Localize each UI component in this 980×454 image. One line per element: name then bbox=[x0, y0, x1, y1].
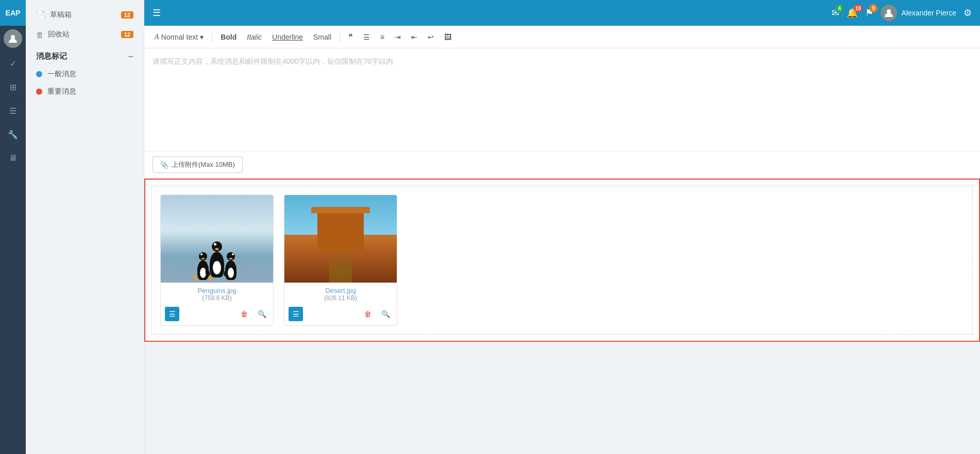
image-button[interactable]: 🖼 bbox=[440, 31, 455, 43]
flag-icon-wrapper[interactable]: ⚑ 9 bbox=[865, 7, 873, 19]
nav-avatar[interactable] bbox=[4, 29, 22, 48]
editor-placeholder: 请填写正文内容，系统消息和邮件限制在4000字以内，短信限制在70字以内 bbox=[153, 57, 393, 65]
desert-filesize: (826.11 KB) bbox=[290, 294, 392, 302]
desert-action-left: ☰ bbox=[289, 307, 303, 321]
file-card-desert-actions: ☰ 🗑 🔍 bbox=[284, 305, 397, 325]
nav-icon-check[interactable]: ✓ bbox=[0, 51, 26, 75]
upload-button[interactable]: 📎 上传附件(Max 10MB) bbox=[153, 156, 243, 173]
gear-icon[interactable]: ⚙ bbox=[964, 7, 972, 19]
mail-badge: 4 bbox=[835, 4, 843, 12]
editor-body[interactable]: 请填写正文内容，系统消息和邮件限制在4000字以内，短信限制在70字以内 bbox=[144, 48, 980, 151]
upload-label: 上传附件(Max 10MB) bbox=[172, 160, 235, 169]
quote-button[interactable]: ❝ bbox=[344, 30, 357, 44]
draft-icon: 📄 bbox=[36, 10, 46, 20]
file-card-penguins-info: Penguins.jpg (759.6 KB) bbox=[161, 283, 273, 305]
tag-dot-important bbox=[36, 89, 42, 95]
header-user-name: Alexander Pierce bbox=[901, 9, 956, 17]
outdent-button[interactable]: ⇤ bbox=[407, 31, 421, 43]
svg-point-1 bbox=[887, 9, 891, 13]
penguins-action-left: ☰ bbox=[165, 307, 179, 321]
section-title: 消息标记 bbox=[36, 51, 67, 61]
sidebar-item-trash[interactable]: 🗑 回收站 12 bbox=[26, 25, 144, 44]
header-avatar bbox=[881, 5, 897, 21]
attachment-preview-outer: Penguins.jpg (759.6 KB) ☰ 🗑 🔍 bbox=[144, 179, 980, 342]
nav-icon-monitor[interactable]: 🖥 bbox=[0, 146, 26, 170]
desert-delete-button[interactable]: 🗑 bbox=[361, 307, 375, 321]
upload-bar: 📎 上传附件(Max 10MB) bbox=[144, 151, 980, 179]
trash-icon: 🗑 bbox=[36, 30, 44, 39]
desert-zoom-button[interactable]: 🔍 bbox=[378, 307, 393, 321]
header-right: ✉ 4 🔔 10 ⚑ 9 Alexander Pierce bbox=[832, 5, 972, 21]
tag-label-normal: 一般消息 bbox=[47, 69, 76, 79]
flag-badge: 9 bbox=[869, 4, 877, 12]
nav-bar: EAP ✓ ⊞ ☰ 🔧 🖥 bbox=[0, 0, 26, 454]
sidebar-item-drafts[interactable]: 📄 草稿箱 12 bbox=[26, 5, 144, 25]
sidebar: 📄 草稿箱 12 🗑 回收站 12 消息标记 − 一般消息 重要消息 bbox=[26, 0, 144, 454]
trash-badge: 12 bbox=[121, 31, 133, 38]
header-left: ☰ bbox=[153, 7, 161, 19]
normal-text-button[interactable]: A Normal text ▾ bbox=[150, 31, 208, 43]
underline-button[interactable]: Underline bbox=[268, 31, 307, 43]
penguins-filename: Penguins.jpg bbox=[166, 287, 268, 294]
undo-button[interactable]: ↩ bbox=[424, 31, 438, 43]
tag-item-normal[interactable]: 一般消息 bbox=[26, 65, 144, 83]
penguin-3 bbox=[225, 252, 236, 280]
toolbar-divider-2 bbox=[340, 32, 340, 42]
penguin-image bbox=[161, 195, 273, 283]
file-card-desert-info: Desert.jpg (826.11 KB) bbox=[284, 283, 397, 305]
unordered-list-button[interactable]: ☰ bbox=[359, 31, 374, 43]
drafts-badge: 12 bbox=[121, 11, 133, 19]
header-user[interactable]: Alexander Pierce bbox=[881, 5, 956, 21]
bold-button[interactable]: Bold bbox=[216, 31, 241, 43]
ordered-list-button[interactable]: ≡ bbox=[376, 31, 388, 43]
editor-wrapper: A Normal text ▾ Bold Italic Underline Sm… bbox=[144, 26, 980, 454]
nav-icon-grid[interactable]: ⊞ bbox=[0, 75, 26, 99]
main-content: ☰ ✉ 4 🔔 10 ⚑ 9 Ale bbox=[144, 0, 980, 454]
desert-action-right: 🗑 🔍 bbox=[361, 307, 393, 321]
file-card-penguins: Penguins.jpg (759.6 KB) ☰ 🗑 🔍 bbox=[160, 195, 274, 326]
file-card-penguins-actions: ☰ 🗑 🔍 bbox=[161, 305, 273, 325]
mail-icon-wrapper[interactable]: ✉ 4 bbox=[832, 7, 839, 19]
tag-item-important[interactable]: 重要消息 bbox=[26, 83, 144, 100]
penguins-action-right: 🗑 🔍 bbox=[237, 307, 269, 321]
hamburger-icon[interactable]: ☰ bbox=[153, 7, 161, 19]
italic-button[interactable]: Italic bbox=[243, 31, 266, 43]
bell-badge: 10 bbox=[854, 4, 862, 12]
penguins-zoom-button[interactable]: 🔍 bbox=[255, 307, 269, 321]
small-button[interactable]: Small bbox=[309, 31, 335, 43]
bell-icon-wrapper[interactable]: 🔔 10 bbox=[847, 7, 858, 19]
section-header-tags: 消息标记 − bbox=[26, 44, 144, 65]
penguins-filesize: (759.6 KB) bbox=[166, 294, 268, 302]
tag-dot-normal bbox=[36, 71, 42, 77]
toolbar-divider-1 bbox=[212, 32, 212, 42]
normal-text-label: Normal text bbox=[161, 33, 198, 41]
penguins-delete-button[interactable]: 🗑 bbox=[237, 307, 251, 321]
indent-button[interactable]: ⇥ bbox=[391, 31, 405, 43]
editor-container: A Normal text ▾ Bold Italic Underline Sm… bbox=[144, 26, 980, 342]
desert-menu-button[interactable]: ☰ bbox=[289, 307, 303, 321]
editor-toolbar: A Normal text ▾ Bold Italic Underline Sm… bbox=[144, 26, 980, 48]
collapse-button[interactable]: − bbox=[128, 52, 133, 61]
desert-image bbox=[284, 195, 397, 283]
tag-label-important: 重要消息 bbox=[47, 87, 76, 96]
app-logo[interactable]: EAP bbox=[0, 0, 26, 26]
font-icon: A bbox=[155, 33, 159, 41]
sidebar-item-trash-label: 回收站 bbox=[48, 30, 70, 39]
penguins-menu-button[interactable]: ☰ bbox=[165, 307, 179, 321]
desert-filename: Desert.jpg bbox=[290, 287, 392, 294]
sidebar-item-drafts-label: 草稿箱 bbox=[50, 10, 72, 20]
nav-icon-wrench[interactable]: 🔧 bbox=[0, 123, 26, 146]
nav-icon-list[interactable]: ☰ bbox=[0, 99, 26, 123]
dropdown-arrow-icon: ▾ bbox=[200, 33, 204, 41]
svg-point-0 bbox=[11, 35, 15, 39]
attachment-preview-inner: Penguins.jpg (759.6 KB) ☰ 🗑 🔍 bbox=[151, 186, 973, 335]
penguin-2 bbox=[210, 241, 224, 277]
file-card-desert: Desert.jpg (826.11 KB) ☰ 🗑 🔍 bbox=[284, 195, 397, 326]
top-header: ☰ ✉ 4 🔔 10 ⚑ 9 Ale bbox=[144, 0, 980, 26]
paperclip-icon: 📎 bbox=[160, 161, 168, 169]
